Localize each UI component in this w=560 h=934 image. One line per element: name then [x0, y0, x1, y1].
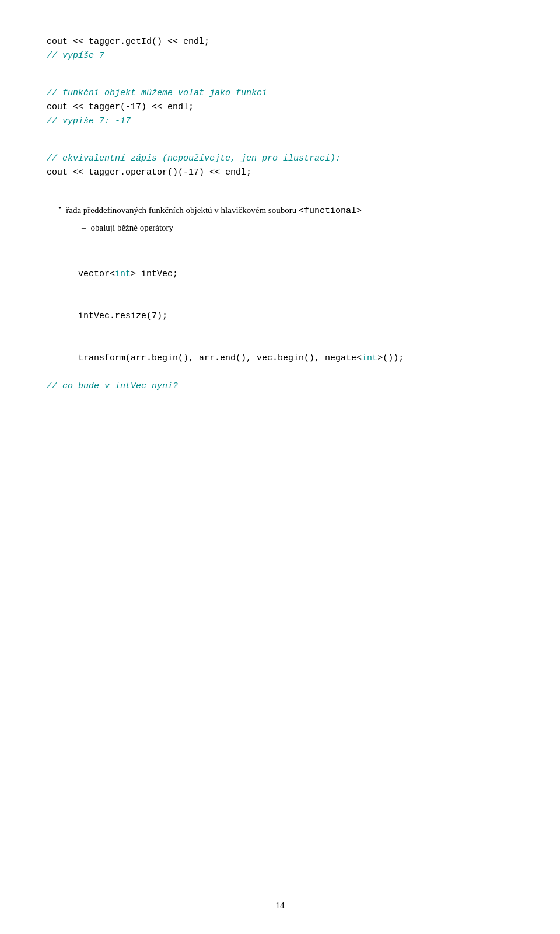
code-block-4: vector<int> intVec; intVec.resize(7); tr… — [47, 253, 513, 393]
code-line: cout << tagger.getId() << endl; — [47, 35, 513, 49]
code-comment-line: // funkční objekt můžeme volat jako funk… — [47, 86, 513, 100]
code-line: intVec.resize(7); — [47, 295, 513, 337]
sub-bullet-text: obalují běžné operátory — [91, 221, 174, 235]
page-footer: 14 — [0, 901, 560, 911]
sub-bullet-item: – obalují běžné operátory — [82, 221, 513, 235]
code-line: cout << tagger.operator()(-17) << endl; — [47, 166, 513, 180]
code-comment-line: // vypíše 7 — [47, 49, 513, 63]
bullet-item: • řada předdefinovaných funkčních objekt… — [58, 203, 513, 218]
bullet-text: řada předdefinovaných funkčních objektů … — [66, 203, 362, 218]
code-line: cout << tagger(-17) << endl; — [47, 100, 513, 114]
page-number: 14 — [276, 901, 285, 910]
sub-bullet-dash: – — [82, 221, 86, 235]
code-line: transform(arr.begin(), arr.end(), vec.be… — [47, 337, 513, 379]
bullet-dot: • — [58, 203, 61, 213]
code-comment-line: // ekvivalentní zápis (nepoužívejte, jen… — [47, 152, 513, 166]
code-comment-line: // co bude v intVec nyní? — [47, 379, 513, 393]
code-inline: <functional> — [299, 206, 362, 216]
page-content: cout << tagger.getId() << endl; // vypíš… — [0, 0, 560, 911]
code-block-2: // funkční objekt můžeme volat jako funk… — [47, 86, 513, 128]
code-block-1: cout << tagger.getId() << endl; // vypíš… — [47, 35, 513, 63]
code-line: vector<int> intVec; — [47, 253, 513, 295]
code-block-3: // ekvivalentní zápis (nepoužívejte, jen… — [47, 152, 513, 180]
code-comment-line: // vypíše 7: -17 — [47, 114, 513, 128]
